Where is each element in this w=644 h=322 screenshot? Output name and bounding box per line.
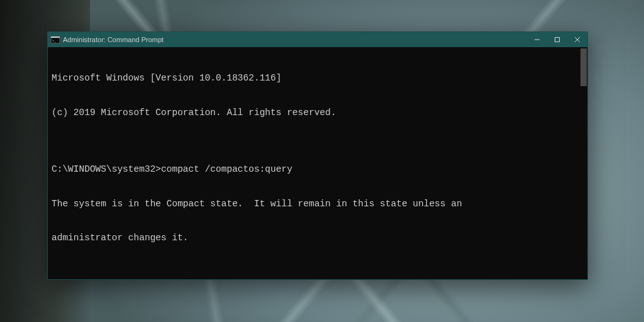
terminal-area[interactable]: Microsoft Windows [Version 10.0.18362.11… [48, 47, 587, 279]
scrollbar-thumb[interactable] [580, 48, 587, 86]
maximize-button[interactable] [547, 32, 567, 47]
output-line: The system is in the Compact state. It w… [52, 198, 584, 209]
window-title: Administrator: Command Prompt [63, 36, 164, 43]
svg-text:>_: >_ [52, 38, 56, 42]
svg-rect-4 [555, 38, 560, 42]
vertical-scrollbar[interactable] [580, 47, 587, 279]
minimize-button[interactable] [527, 32, 547, 47]
cmd-icon: >_ [51, 36, 60, 43]
output-line: (c) 2019 Microsoft Corporation. All righ… [52, 107, 584, 118]
command-prompt-window: >_ Administrator: Command Prompt Microso… [47, 31, 588, 280]
svg-rect-1 [51, 36, 60, 38]
titlebar[interactable]: >_ Administrator: Command Prompt [48, 32, 587, 47]
terminal-output: Microsoft Windows [Version 10.0.18362.11… [48, 47, 587, 279]
output-line: C:\WINDOWS\system32>compact /compactos:q… [52, 164, 584, 175]
output-line: Microsoft Windows [Version 10.0.18362.11… [52, 72, 584, 84]
output-line: administrator changes it. [52, 232, 584, 243]
close-button[interactable] [567, 32, 587, 47]
